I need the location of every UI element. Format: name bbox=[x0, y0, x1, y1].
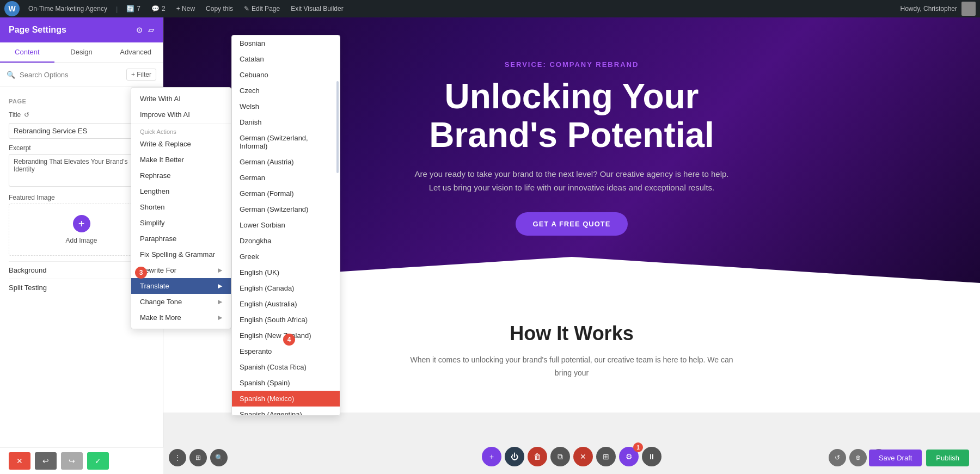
hero-cta-button[interactable]: GET A FREE QUOTE bbox=[516, 212, 628, 236]
lang-english-south-africa[interactable]: English (South Africa) bbox=[232, 312, 340, 328]
translate-arrow: ▶ bbox=[218, 282, 222, 290]
topbar: W On-Time Marketing Agency | 🔄 7 💬 2 + N… bbox=[0, 0, 980, 17]
lang-bosnian[interactable]: Bosnian bbox=[232, 35, 340, 51]
ai-menu-rephrase[interactable]: Rephrase bbox=[131, 168, 231, 183]
module-toolbar: ⋮ ⊞ 🔍 bbox=[169, 449, 228, 466]
sidebar-tabs: Content Design Advanced bbox=[0, 42, 163, 63]
undo-button[interactable]: ↩ bbox=[35, 452, 57, 470]
ai-menu-fix-spelling[interactable]: Fix Spelling & Grammar bbox=[131, 247, 231, 262]
sidebar-collapse-icon[interactable]: ▱ bbox=[148, 26, 154, 34]
ai-menu-make-it-more[interactable]: Make It More ▶ bbox=[131, 310, 231, 325]
lang-spanish-costa-rica[interactable]: Spanish (Costa Rica) bbox=[232, 359, 340, 375]
make-it-more-arrow: ▶ bbox=[218, 314, 222, 321]
add-image-icon: + bbox=[73, 215, 90, 232]
lang-german-swiss[interactable]: German (Switzerland) bbox=[232, 201, 340, 217]
lang-english-uk[interactable]: English (UK) bbox=[232, 264, 340, 280]
lang-spanish-argentina[interactable]: Spanish (Argentina) bbox=[232, 407, 340, 416]
delete-button[interactable]: 🗑 bbox=[528, 447, 547, 466]
lang-german-austria[interactable]: German (Austria) bbox=[232, 154, 340, 170]
rewrite-for-arrow: ▶ bbox=[218, 267, 222, 274]
search-icon: 🔍 bbox=[7, 71, 15, 79]
edit-page-button[interactable]: ✎ Edit Page bbox=[242, 5, 282, 13]
lang-danish[interactable]: Danish bbox=[232, 114, 340, 130]
ai-menu-write-with-ai[interactable]: Write With AI bbox=[131, 91, 231, 107]
updates-item[interactable]: 🔄 7 bbox=[124, 5, 143, 13]
user-avatar[interactable] bbox=[961, 2, 976, 16]
close-element-button[interactable]: ✕ bbox=[573, 447, 593, 466]
add-element-button[interactable]: + bbox=[482, 447, 501, 466]
copy-this-button[interactable]: Copy this bbox=[204, 5, 235, 13]
sidebar-title: Page Settings bbox=[9, 25, 66, 35]
hero-description: Are you ready to take your brand to the … bbox=[408, 167, 735, 195]
lock-button[interactable]: ⊞ bbox=[596, 447, 616, 466]
tab-advanced[interactable]: Advanced bbox=[108, 42, 163, 63]
lang-greek[interactable]: Greek bbox=[232, 249, 340, 264]
sidebar-search-bar: 🔍 + Filter bbox=[0, 63, 163, 87]
exit-builder-button[interactable]: Exit Visual Builder bbox=[289, 5, 346, 13]
ai-menu-shorten[interactable]: Shorten bbox=[131, 199, 231, 215]
lang-spanish-spain[interactable]: Spanish (Spain) bbox=[232, 375, 340, 391]
howdy-text: Howdy, Christopher bbox=[901, 5, 957, 13]
lang-czech[interactable]: Czech bbox=[232, 83, 340, 99]
ai-menu-translate[interactable]: Translate ▶ bbox=[131, 278, 231, 294]
hero-title: Unlocking Your Brand's Potential bbox=[429, 77, 714, 154]
ai-menu-improve-with-ai[interactable]: Improve With AI bbox=[131, 107, 231, 122]
ai-menu-paraphrase[interactable]: Paraphrase bbox=[131, 231, 231, 247]
lang-scrollbar[interactable] bbox=[336, 81, 339, 173]
filter-button[interactable]: + Filter bbox=[126, 69, 156, 81]
works-description: When it comes to unlocking your brand's … bbox=[408, 354, 735, 380]
lang-english-canada[interactable]: English (Canada) bbox=[232, 280, 340, 296]
canvas-action-buttons: Save Draft Publish bbox=[869, 450, 969, 466]
pause-button[interactable]: ⏸ bbox=[642, 447, 661, 466]
module-search2-button[interactable]: 🔍 bbox=[210, 449, 228, 466]
lang-english-australia[interactable]: English (Australia) bbox=[232, 296, 340, 312]
title-undo-icon[interactable]: ↺ bbox=[24, 111, 29, 119]
tab-design[interactable]: Design bbox=[54, 42, 109, 63]
ai-menu-make-better[interactable]: Make It Better bbox=[131, 152, 231, 168]
power-button[interactable]: ⏻ bbox=[505, 447, 524, 466]
save-draft-button[interactable]: Save Draft bbox=[869, 450, 922, 466]
publish-button[interactable]: Publish bbox=[926, 450, 969, 466]
bottom-action-bar: ✕ ↩ ↪ ✓ bbox=[0, 447, 163, 474]
step-badge-3: 3 bbox=[135, 267, 147, 279]
lang-dzongkha[interactable]: Dzongkha bbox=[232, 233, 340, 249]
search-input[interactable] bbox=[20, 71, 122, 79]
lang-cebuano[interactable]: Cebuano bbox=[232, 67, 340, 83]
lang-german[interactable]: German bbox=[232, 170, 340, 186]
lang-spanish-mexico[interactable]: Spanish (Mexico) bbox=[232, 391, 340, 407]
duplicate-button[interactable]: ⧉ bbox=[550, 447, 570, 466]
confirm-button[interactable]: ✓ bbox=[87, 452, 109, 470]
site-name[interactable]: On-Time Marketing Agency bbox=[26, 5, 109, 13]
step-badge-4: 4 bbox=[283, 334, 295, 346]
sidebar-header: Page Settings ⊙ ▱ bbox=[0, 17, 163, 42]
redo-button[interactable]: ↪ bbox=[61, 452, 83, 470]
lang-catalan[interactable]: Catalan bbox=[232, 51, 340, 67]
lang-welsh[interactable]: Welsh bbox=[232, 99, 340, 114]
lang-lower-sorbian[interactable]: Lower Sorbian bbox=[232, 217, 340, 233]
ai-menu-lengthen[interactable]: Lengthen bbox=[131, 183, 231, 199]
change-tone-arrow: ▶ bbox=[218, 298, 222, 305]
ai-menu-change-tone[interactable]: Change Tone ▶ bbox=[131, 294, 231, 310]
tab-content[interactable]: Content bbox=[0, 42, 54, 63]
sidebar-focus-icon[interactable]: ⊙ bbox=[136, 26, 143, 34]
module-options-button[interactable]: ⋮ bbox=[169, 449, 186, 466]
lang-esperanto[interactable]: Esperanto bbox=[232, 343, 340, 359]
hero-service-label: SERVICE: COMPANY REBRAND bbox=[505, 60, 639, 69]
close-button[interactable]: ✕ bbox=[9, 452, 30, 470]
search-canvas-button[interactable]: ⊕ bbox=[849, 449, 867, 466]
ai-context-menu: Write With AI Improve With AI Quick Acti… bbox=[131, 87, 231, 329]
history-button[interactable]: ↺ bbox=[829, 449, 846, 466]
wp-logo-icon[interactable]: W bbox=[4, 1, 20, 16]
comments-item[interactable]: 💬 2 bbox=[149, 5, 168, 13]
step-badge-1: 1 bbox=[633, 442, 643, 452]
ai-menu-simplify[interactable]: Simplify bbox=[131, 215, 231, 231]
canvas-toolbar: + ⏻ 🗑 ⧉ ✕ ⊞ ⚙ 1 ⏸ bbox=[482, 447, 661, 466]
lang-german-swiss-informal[interactable]: German (Switzerland, Informal) bbox=[232, 130, 340, 154]
ai-menu-write-replace[interactable]: Write & Replace bbox=[131, 136, 231, 152]
new-button[interactable]: + New bbox=[174, 5, 197, 13]
quick-actions-label: Quick Actions bbox=[131, 125, 231, 136]
lang-german-formal[interactable]: German (Formal) bbox=[232, 186, 340, 201]
language-submenu: Bosnian Catalan Cebuano Czech Welsh Dani… bbox=[231, 35, 340, 416]
module-grid-button[interactable]: ⊞ bbox=[189, 449, 207, 466]
